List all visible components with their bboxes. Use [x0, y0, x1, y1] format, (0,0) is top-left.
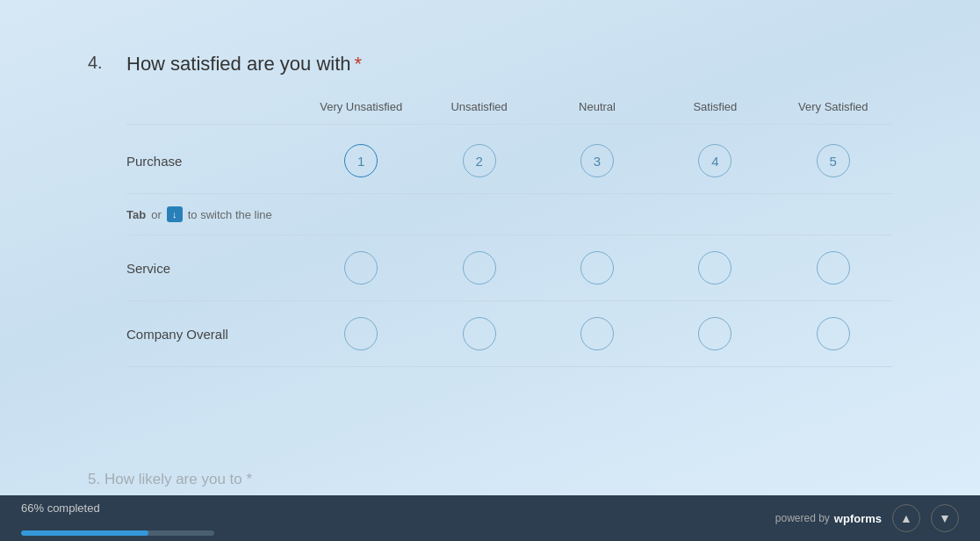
col-header-neutral: Neutral [538, 100, 656, 113]
rating-row-purchase: Purchase 1 2 3 4 5 [126, 128, 892, 194]
radio-cell-company-4[interactable] [656, 317, 774, 350]
row-label-company-overall: Company Overall [126, 327, 302, 342]
nav-up-button[interactable]: ▲ [892, 504, 920, 532]
col-header-unsatisfied: Unsatisfied [420, 100, 537, 113]
col-empty-header [126, 100, 302, 113]
question-number: 4. [88, 53, 112, 73]
row-label-purchase: Purchase [126, 154, 302, 169]
radio-cell-purchase-2[interactable]: 2 [420, 144, 537, 177]
radio-cell-company-5[interactable] [775, 317, 892, 350]
radio-cell-service-4[interactable] [656, 251, 774, 285]
radio-cell-service-1[interactable] [302, 251, 420, 285]
progress-bar-fill [21, 530, 148, 536]
col-header-satisfied: Satisfied [656, 100, 774, 113]
rating-table: Very Unsatisfied Unsatisfied Neutral Sat… [126, 100, 892, 367]
down-icon: ▼ [939, 511, 951, 525]
radio-cell-purchase-4[interactable]: 4 [656, 144, 774, 177]
progress-bar-container [21, 530, 214, 536]
radio-service-5[interactable] [817, 251, 850, 285]
next-question-preview: 5. How likely are you to * [88, 471, 252, 488]
radio-service-4[interactable] [698, 251, 731, 285]
required-star: * [355, 53, 363, 75]
question-header: 4. How satisfied are you with* [88, 53, 892, 76]
powered-by: powered by wpforms [775, 512, 882, 525]
radio-purchase-5[interactable]: 5 [817, 144, 850, 177]
radio-purchase-2[interactable]: 2 [463, 144, 496, 177]
progress-label: 66% completed [21, 501, 100, 515]
footer-bar: 66% completed powered by wpforms ▲ ▼ [0, 495, 980, 541]
radio-purchase-1[interactable]: 1 [344, 144, 378, 177]
radio-cell-company-2[interactable] [420, 317, 537, 350]
radio-company-4[interactable] [698, 317, 731, 350]
rating-row-company-overall: Company Overall [126, 301, 892, 367]
radio-company-2[interactable] [463, 317, 496, 350]
radio-company-5[interactable] [817, 317, 850, 350]
radio-cell-purchase-5[interactable]: 5 [775, 144, 892, 177]
powered-by-text: powered by [775, 512, 830, 524]
footer-right: powered by wpforms ▲ ▼ [775, 504, 959, 532]
progress-section: 66% completed [21, 501, 214, 536]
question-title: How satisfied are you with* [126, 53, 362, 76]
radio-cell-service-3[interactable] [538, 251, 656, 285]
radio-service-1[interactable] [344, 251, 378, 285]
radio-cell-purchase-1[interactable]: 1 [302, 144, 420, 177]
hint-or-text: or [151, 208, 162, 221]
hint-suffix: to switch the line [188, 208, 272, 221]
wpforms-brand: wpforms [834, 512, 882, 525]
row-label-service: Service [126, 261, 302, 276]
rating-header-row: Very Unsatisfied Unsatisfied Neutral Sat… [126, 100, 892, 125]
radio-cell-company-3[interactable] [538, 317, 656, 350]
col-header-very-unsatisfied: Very Unsatisfied [302, 100, 420, 113]
hint-tab-key: Tab [126, 208, 146, 221]
radio-service-3[interactable] [580, 251, 614, 285]
radio-service-2[interactable] [463, 251, 496, 285]
col-header-very-satisfied: Very Satisfied [775, 100, 892, 113]
radio-purchase-3[interactable]: 3 [580, 144, 614, 177]
nav-down-button[interactable]: ▼ [931, 504, 959, 532]
hint-row: Tab or ↓ to switch the line [126, 194, 892, 235]
radio-cell-company-1[interactable] [302, 317, 420, 350]
hint-arrow-icon: ↓ [167, 206, 183, 222]
rating-row-service: Service [126, 235, 892, 301]
main-content: 4. How satisfied are you with* Very Unsa… [0, 0, 980, 483]
radio-company-1[interactable] [344, 317, 378, 350]
radio-cell-purchase-3[interactable]: 3 [538, 144, 656, 177]
radio-cell-service-5[interactable] [775, 251, 892, 285]
up-icon: ▲ [900, 511, 912, 525]
radio-purchase-4[interactable]: 4 [698, 144, 731, 177]
radio-cell-service-2[interactable] [420, 251, 537, 285]
radio-company-3[interactable] [580, 317, 614, 350]
